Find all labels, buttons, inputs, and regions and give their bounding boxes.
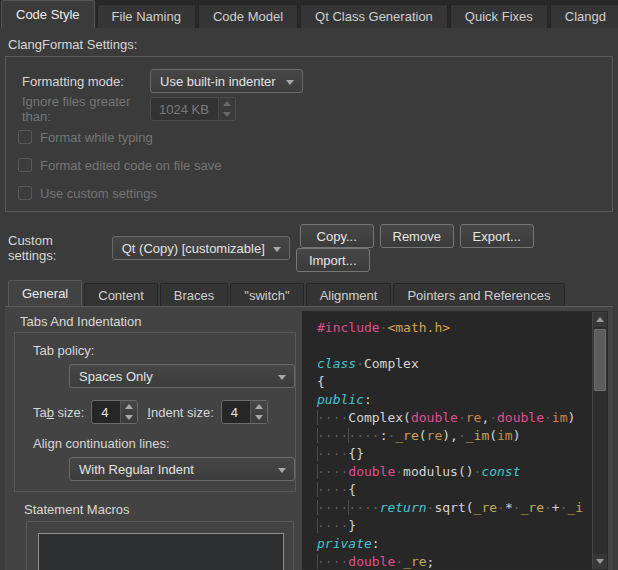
indent-size-spinbox[interactable]: 4: [221, 400, 268, 424]
tabs-and-indentation-title: Tabs And Indentation: [20, 314, 298, 329]
general-tab-pane: Tabs And Indentation Tab policy: Spaces …: [5, 306, 613, 570]
tab-size-spinbox[interactable]: 4: [91, 400, 138, 424]
code-line: private:: [317, 535, 592, 553]
scroll-down-icon[interactable]: [593, 554, 607, 569]
code-line: #include·<math.h>: [317, 319, 592, 337]
spin-up-icon: [219, 98, 235, 109]
tab-code-style[interactable]: Code Style: [1, 0, 95, 28]
custom-settings-buttons: Copy...RemoveExport...Import...: [290, 224, 610, 272]
tab-qt-class-generation[interactable]: Qt Class Generation: [300, 4, 448, 28]
export-button[interactable]: Export...: [460, 224, 534, 248]
tab-size-label: Tab size:: [33, 405, 84, 420]
checkbox-format-edited-code-on-file-save: Format edited code on file save: [18, 151, 596, 179]
checkbox-label: Format while typing: [40, 130, 153, 145]
tab-file-naming[interactable]: File Naming: [97, 4, 196, 28]
code-preview-panel: #include·<math.h>class·Complex{public:··…: [302, 311, 608, 570]
indent-size-label: Indent size:: [147, 405, 214, 420]
statement-macros-title: Statement Macros: [24, 502, 298, 517]
custom-settings-value: Qt (Copy) [customizable]: [122, 241, 265, 256]
copy-button[interactable]: Copy...: [300, 224, 374, 248]
checkbox-format-while-typing: Format while typing: [18, 123, 596, 151]
code-line: public:: [317, 391, 592, 409]
checkbox-icon: [18, 158, 32, 172]
spin-up-icon[interactable]: [121, 401, 137, 412]
chevron-down-icon: [286, 80, 294, 85]
scroll-up-icon[interactable]: [593, 312, 607, 327]
align-continuation-select[interactable]: With Regular Indent: [69, 457, 295, 481]
tab-policy-label: Tab policy:: [33, 343, 295, 358]
style-tabbar: GeneralContentBraces"switch"AlignmentPoi…: [5, 280, 613, 306]
tab-general[interactable]: General: [8, 280, 82, 306]
ignore-files-label: Ignore files greater than:: [22, 94, 150, 124]
tab-braces[interactable]: Braces: [160, 283, 228, 306]
tab-size-value: 4: [92, 401, 120, 423]
code-preview-scrollbar[interactable]: [592, 312, 607, 569]
align-continuation-label: Align continuation lines:: [33, 436, 295, 451]
chevron-down-icon: [273, 247, 281, 252]
checkbox-icon: [18, 186, 32, 200]
align-continuation-value: With Regular Indent: [79, 462, 194, 477]
code-line: [317, 337, 592, 355]
custom-settings-select[interactable]: Qt (Copy) [customizable]: [112, 236, 290, 260]
tab-quick-fixes[interactable]: Quick Fixes: [450, 4, 548, 28]
custom-settings-row: Custom settings: Qt (Copy) [customizable…: [8, 224, 610, 272]
spin-up-icon[interactable]: [251, 401, 267, 412]
clangformat-settings-group: Formatting mode: Use built-in indenter I…: [5, 56, 613, 212]
code-line: {: [317, 373, 592, 391]
code-line: ····double·_re;: [317, 553, 592, 569]
tab-policy-select[interactable]: Spaces Only: [69, 364, 295, 388]
remove-button[interactable]: Remove: [380, 224, 454, 248]
code-line: class·Complex: [317, 355, 592, 373]
tab-clangd[interactable]: Clangd: [550, 4, 618, 28]
code-line: ········:·_re(re),·_im(im): [317, 427, 592, 445]
code-preview-editor[interactable]: #include·<math.h>class·Complex{public:··…: [303, 312, 592, 569]
custom-settings-label: Custom settings:: [8, 233, 104, 263]
spin-down-icon[interactable]: [251, 412, 267, 423]
tab-alignment[interactable]: Alignment: [306, 283, 392, 306]
code-style-settings-page: Code StyleFile NamingCode ModelQt Class …: [0, 0, 618, 570]
spin-down-icon[interactable]: [121, 412, 137, 423]
spin-down-icon: [219, 109, 235, 120]
ignore-files-size-spinbox: 1024 KB: [150, 97, 236, 121]
scrollbar-track[interactable]: [593, 393, 607, 554]
main-tabbar: Code StyleFile NamingCode ModelQt Class …: [0, 0, 618, 28]
chevron-down-icon: [278, 375, 286, 380]
code-line: ········return·sqrt(_re·*·_re·+·_i: [317, 499, 592, 517]
formatting-mode-label: Formatting mode:: [22, 74, 150, 89]
code-line: ····Complex(double·re,·double·im): [317, 409, 592, 427]
code-line: ····double·modulus()·const: [317, 463, 592, 481]
code-line: ····}: [317, 517, 592, 535]
checkbox-label: Format edited code on file save: [40, 158, 221, 173]
code-style-tab-content: ClangFormat Settings: Formatting mode: U…: [0, 28, 618, 570]
tab-switch[interactable]: "switch": [230, 283, 303, 306]
formatting-mode-value: Use built-in indenter: [160, 74, 276, 89]
statement-macros-group: [26, 521, 294, 570]
scrollbar-thumb[interactable]: [594, 329, 606, 391]
checkbox-use-custom-settings: Use custom settings: [18, 179, 596, 207]
chevron-down-icon: [278, 468, 286, 473]
indent-size-value: 4: [222, 401, 250, 423]
tab-pointers-and-references[interactable]: Pointers and References: [393, 283, 564, 306]
checkbox-icon: [18, 130, 32, 144]
code-line: ····{: [317, 481, 592, 499]
import-button[interactable]: Import...: [296, 248, 370, 272]
clangformat-settings-title: ClangFormat Settings:: [8, 37, 610, 52]
code-line: ····{}: [317, 445, 592, 463]
statement-macros-editor[interactable]: [38, 533, 284, 570]
tab-code-model[interactable]: Code Model: [198, 4, 298, 28]
ignore-files-size-value: 1024 KB: [151, 98, 218, 120]
clangformat-checkbox-list: Format while typingFormat edited code on…: [18, 123, 596, 207]
indentation-column: Tabs And Indentation Tab policy: Spaces …: [8, 311, 298, 570]
tab-policy-value: Spaces Only: [79, 369, 153, 384]
tab-content[interactable]: Content: [84, 283, 158, 306]
checkbox-label: Use custom settings: [40, 186, 157, 201]
formatting-mode-select[interactable]: Use built-in indenter: [150, 69, 303, 93]
tabs-and-indentation-group: Tab policy: Spaces Only Tab size: 4: [14, 332, 296, 492]
